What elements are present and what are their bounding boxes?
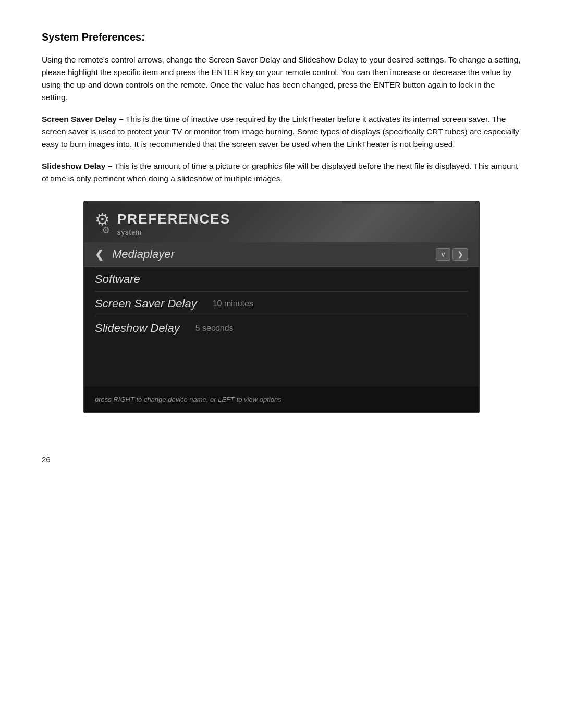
- nav-buttons-right: ∨ ❯: [436, 248, 468, 261]
- paragraph-2: Screen Saver Delay – This is the time of…: [42, 113, 521, 151]
- nav-arrow-left[interactable]: ❮: [95, 248, 104, 261]
- preferences-footer: press RIGHT to change device name, or LE…: [84, 386, 479, 412]
- paragraph-3-bold: Slideshow Delay –: [42, 162, 112, 170]
- page-number: 26: [42, 455, 521, 464]
- menu-row-empty-2: [84, 361, 479, 382]
- menu-item-label-slideshow: Slideshow Delay: [95, 322, 180, 335]
- menu-row-mediaplayer[interactable]: ❮ Mediaplayer ∨ ❯: [84, 242, 479, 267]
- gear-icon-group: ⚙ ⚙: [95, 211, 110, 236]
- preferences-title-block: PREFERENCES system: [117, 211, 230, 236]
- footer-hint-text: press RIGHT to change device name, or LE…: [95, 396, 282, 403]
- paragraph-2-bold: Screen Saver Delay –: [42, 115, 124, 124]
- paragraph-3: Slideshow Delay – This is the amount of …: [42, 160, 521, 185]
- paragraph-3-rest: This is the amount of time a picture or …: [42, 162, 518, 183]
- preferences-title: PREFERENCES: [117, 211, 230, 227]
- preferences-header: ⚙ ⚙ PREFERENCES system: [84, 202, 479, 242]
- menu-item-label-screen-saver: Screen Saver Delay: [95, 297, 197, 311]
- nav-btn-down[interactable]: ∨: [436, 248, 450, 261]
- chevron-down-icon: ∨: [440, 250, 446, 258]
- paragraph-1: Using the remote's control arrows, chang…: [42, 54, 521, 104]
- chevron-right-icon: ❯: [457, 250, 463, 258]
- ui-screenshot: ⚙ ⚙ PREFERENCES system ❮ Mediaplayer ∨ ❯: [83, 201, 480, 413]
- menu-item-value-screen-saver: 10 minutes: [213, 299, 253, 309]
- page-title: System Preferences:: [42, 31, 521, 43]
- menu-row-slideshow[interactable]: Slideshow Delay 5 seconds: [84, 316, 479, 340]
- gear-icon-large: ⚙: [95, 211, 110, 228]
- menu-area: ❮ Mediaplayer ∨ ❯ Software Screen Saver …: [84, 242, 479, 382]
- preferences-subtitle: system: [117, 228, 230, 236]
- menu-item-label-software: Software: [95, 273, 140, 286]
- menu-item-label-mediaplayer: Mediaplayer: [112, 248, 175, 261]
- menu-row-empty-1: [84, 340, 479, 361]
- menu-row-software[interactable]: Software: [84, 267, 479, 291]
- menu-item-value-slideshow: 5 seconds: [195, 324, 234, 333]
- menu-row-screen-saver[interactable]: Screen Saver Delay 10 minutes: [84, 292, 479, 316]
- nav-btn-right[interactable]: ❯: [452, 248, 468, 261]
